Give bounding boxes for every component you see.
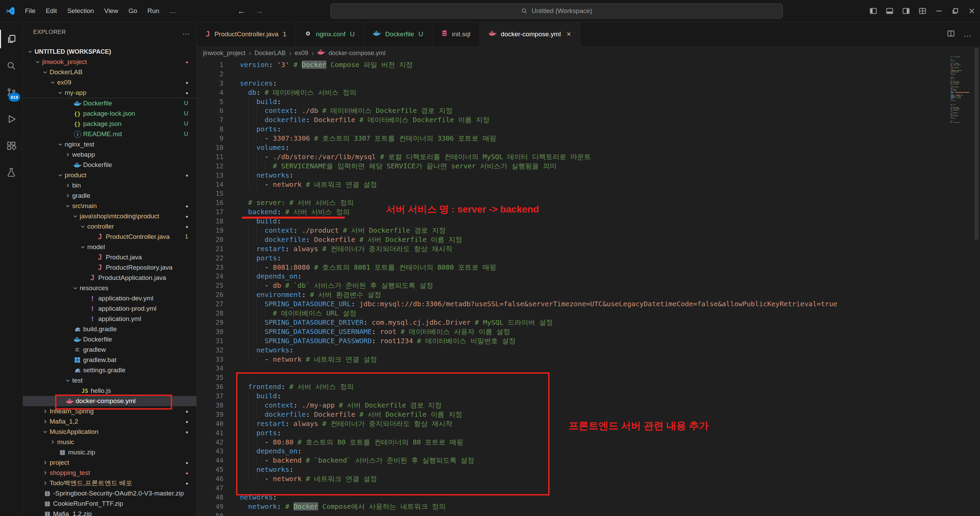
tab-dockerfile[interactable]: Dockerfile U — [364, 22, 433, 46]
menu-selection[interactable]: Selection — [62, 5, 99, 18]
activity-explorer-icon[interactable] — [0, 26, 22, 52]
menu-file[interactable]: File — [20, 5, 41, 18]
code-line-2[interactable]: 2 — [197, 70, 980, 79]
tab-productcontroller-java[interactable]: JProductController.java 1 — [197, 22, 296, 46]
tree-item-application-prod-yml[interactable]: !application-prod.yml — [23, 304, 196, 314]
maximize-button[interactable] — [947, 0, 964, 22]
toggle-sidebar-icon[interactable] — [865, 0, 881, 22]
tree-item-docker-compose-yml[interactable]: docker-compose.yml — [23, 396, 196, 406]
menu-edit[interactable]: Edit — [41, 5, 62, 18]
tree-item-dockerfile[interactable]: DockerfileU — [23, 98, 196, 108]
breadcrumb-item[interactable]: ex09 — [294, 49, 308, 57]
code-line-8[interactable]: 8 ports: — [197, 124, 980, 134]
code-line-11[interactable]: 11 - ./db/store:/var/lib/mysql # 로컬 디렉토리… — [197, 152, 980, 161]
tree-item-product-java[interactable]: JProduct.java — [23, 252, 196, 263]
tree-item-bin[interactable]: bin — [23, 180, 196, 191]
code-line-4[interactable]: 4 db: # 데이터베이스 서비스 정의 — [197, 88, 980, 97]
tree-item-java-shop-mtcoding-product[interactable]: java\shop\mtcoding\product● — [23, 211, 196, 221]
code-line-14[interactable]: 14 - network # 네트워크 연결 설정 — [197, 180, 980, 189]
breadcrumb-file[interactable]: docker-compose.yml — [328, 49, 385, 57]
tree-item-mafia-1-2-zip[interactable]: Mafia_1,2.zip — [23, 509, 196, 516]
tree-item-shopping-test[interactable]: shopping_test● — [23, 468, 196, 478]
tree-item-gradlew[interactable]: gradlew — [23, 344, 196, 355]
tree-item-resources[interactable]: resources — [23, 283, 196, 293]
tree-item-readme-md[interactable]: iREADME.mdU — [23, 129, 196, 139]
tree-item-dockerfile[interactable]: Dockerfile — [23, 334, 196, 344]
code-line-34[interactable]: 34 — [197, 364, 980, 373]
forward-arrow-icon[interactable]: → — [250, 6, 268, 16]
code-line-23[interactable]: 23 - 8081:8080 # 호스트의 8081 포트를 컨테이너의 808… — [197, 263, 980, 272]
tree-item-musicapplication[interactable]: MusicApplication● — [23, 427, 196, 437]
code-line-24[interactable]: 24 depends_on: — [197, 272, 980, 281]
code-line-13[interactable]: 13 networks: — [197, 171, 980, 180]
code-line-29[interactable]: 29 SPRING_DATASOURCE_DRIVER: com.mysql.c… — [197, 318, 980, 327]
tree-item-mafia-1-2[interactable]: Mafia_1,2● — [23, 416, 196, 427]
code-line-27[interactable]: 27 SPRING_DATASOURCE_URL: jdbc:mysql://d… — [197, 299, 980, 309]
tab-init-sql[interactable]: init.sql — [433, 22, 480, 46]
code-line-32[interactable]: 32 networks: — [197, 346, 980, 355]
close-tab-icon[interactable]: × — [566, 30, 571, 39]
tree-item-package-json[interactable]: {}package.jsonU — [23, 119, 196, 129]
tree-item-controller[interactable]: controller● — [23, 221, 196, 232]
activity-search-icon[interactable] — [0, 53, 22, 78]
tree-item-gradle[interactable]: gradle — [23, 191, 196, 201]
tree-item--springboot-security-oauth2-0-v3-master-zip[interactable]: -Springboot-Security-OAuth2.0-V3-master.… — [23, 488, 196, 498]
menu-run[interactable]: Run — [142, 5, 165, 18]
code-line-15[interactable]: 15 — [197, 189, 980, 198]
code-line-50[interactable]: 50 — [197, 511, 980, 516]
code-line-31[interactable]: 31 SPRING_DATASOURCE_PASSWORD: root1234 … — [197, 336, 980, 346]
tree-item-productcontroller-java[interactable]: JProductController.java1 — [23, 232, 196, 242]
tree-item-productapplication-java[interactable]: JProductApplication.java — [23, 273, 196, 283]
code-line-17[interactable]: 17 backend: # 서버 서비스 정의 — [197, 207, 980, 217]
tree-item-model[interactable]: model — [23, 242, 196, 252]
toggle-secondary-sidebar-icon[interactable] — [898, 0, 914, 22]
tree-item-jinwook-project[interactable]: jinwook_project● — [23, 57, 196, 67]
tree-item-application-dev-yml[interactable]: !application-dev.yml — [23, 293, 196, 304]
activity-testing-icon[interactable] — [0, 160, 22, 185]
code-line-3[interactable]: 3services: — [197, 79, 980, 88]
tree-item-product[interactable]: product● — [23, 170, 196, 180]
tab-docker-compose-yml[interactable]: docker-compose.yml× — [480, 22, 580, 46]
tree-item-build-gradle[interactable]: build.gradle — [23, 324, 196, 334]
tree-item-untitled-workspace-[interactable]: UNTITLED (WORKSPACE) — [23, 46, 196, 57]
menu-overflow[interactable]: … — [165, 5, 181, 18]
code-line-12[interactable]: 12 # SERVICENAME을 입력하면 해당 SERVICE가 끝나면 s… — [197, 161, 980, 171]
menu-view[interactable]: View — [99, 5, 124, 18]
breadcrumb-item[interactable]: jinwook_project — [203, 49, 245, 57]
tree-item-productrepository-java[interactable]: JProductRepository.java — [23, 263, 196, 273]
tree-item-music[interactable]: music — [23, 437, 196, 447]
tree-item-todo백엔드-프론트엔드-배포[interactable]: Todo백엔드,프론트엔드 배포● — [23, 478, 196, 488]
code-line-25[interactable]: 25 - db # `db` 서비스가 준비된 후 실행되도록 설정 — [197, 281, 980, 290]
code-line-19[interactable]: 19 context: ./product # 서버 Dockerfile 경로… — [197, 226, 980, 235]
tree-item-test[interactable]: test — [23, 375, 196, 385]
code-line-1[interactable]: 1version: '3' # Docker Compose 파일 버전 지정 — [197, 60, 980, 70]
code-line-7[interactable]: 7 dockerfile: Dockerfile # 데이터베이스 Docker… — [197, 115, 980, 124]
code-line-28[interactable]: 28 # 데이터베이스 URL 설정 — [197, 309, 980, 318]
activity-extensions-icon[interactable] — [0, 133, 22, 158]
activity-source-control-icon[interactable]: 619 — [0, 80, 22, 105]
editor-more-actions-icon[interactable]: … — [964, 30, 972, 39]
command-center-search[interactable]: Untitled (Workspace) — [331, 3, 783, 19]
code-line-49[interactable]: 49 network: # Docker Compose에서 사용하는 네트워크… — [197, 502, 980, 511]
code-line-30[interactable]: 30 SPRING_DATASOURCE_USERNAME: root # 데이… — [197, 327, 980, 336]
code-line-33[interactable]: 33 - network # 네트워크 연결 설정 — [197, 355, 980, 364]
tree-item-src-main[interactable]: src\main● — [23, 201, 196, 211]
customize-layout-icon[interactable] — [914, 0, 931, 22]
tree-item-music-zip[interactable]: music.zip — [23, 447, 196, 457]
code-line-16[interactable]: 16 # server: # 서버 서비스 정의 — [197, 198, 980, 207]
tree-item-nginx-test[interactable]: nginx_test — [23, 139, 196, 150]
menu-go[interactable]: Go — [123, 5, 142, 18]
close-window-button[interactable] — [964, 0, 980, 22]
tree-item-webapp[interactable]: webapp — [23, 150, 196, 160]
back-arrow-icon[interactable]: ← — [233, 6, 250, 16]
code-line-10[interactable]: 10 volumes: — [197, 143, 980, 152]
code-line-9[interactable]: 9 - 3307:3306 # 호스트의 3307 포트를 컨테이너의 3306… — [197, 134, 980, 143]
scrollbar-thumb[interactable] — [975, 48, 978, 239]
minimap[interactable] — [951, 56, 971, 125]
breadcrumb-item[interactable]: DockerLAB — [255, 49, 286, 57]
explorer-more-actions-icon[interactable]: … — [182, 28, 190, 37]
code-line-6[interactable]: 6 context: ./db # 데이터베이스 Dockerfile 경로 지… — [197, 106, 980, 115]
code-line-20[interactable]: 20 dockerfile: Dockerfile # 서버 Dockerfil… — [197, 235, 980, 244]
code-line-26[interactable]: 26 environment: # 서버 환경변수 설정 — [197, 290, 980, 299]
tree-item-package-lock-json[interactable]: {}package-lock.jsonU — [23, 108, 196, 119]
